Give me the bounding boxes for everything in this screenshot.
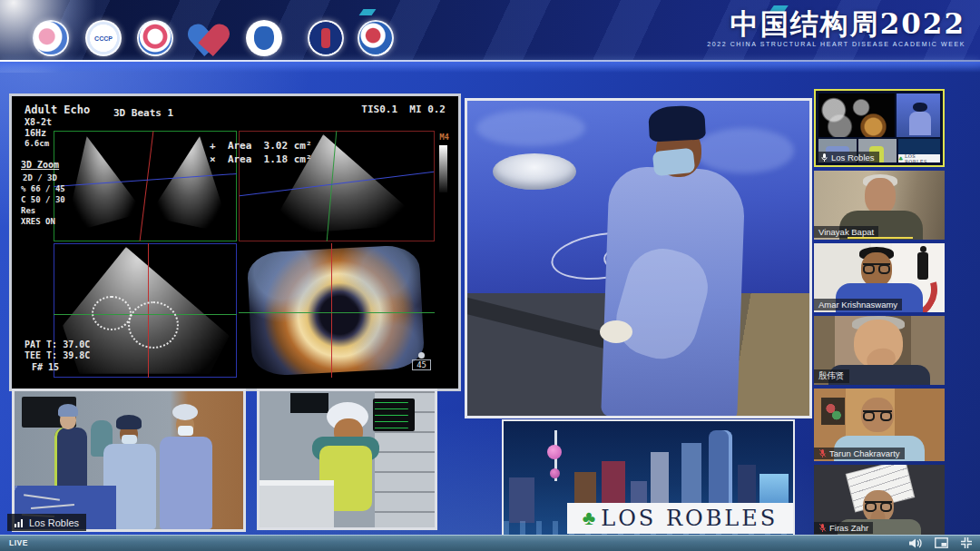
echo-beats-label: 3D Beats 1 (113, 107, 173, 119)
mini-echo-view (818, 93, 895, 137)
sterile-basin (493, 153, 576, 190)
player-controls (908, 536, 973, 550)
los-robles-banner-text: LOS ROBLES (601, 506, 778, 531)
vascular-figure-logo-icon (33, 20, 69, 56)
surgeon-cap (648, 104, 706, 142)
los-robles-banner: ♣ LOS ROBLES (567, 503, 793, 534)
participant-name-label: Firas Zahr (814, 522, 873, 534)
participant-tile-tarun-chakravarty[interactable]: Tarun Chakravarty (814, 389, 945, 461)
aux-monitor (290, 393, 328, 413)
skyline-banner-panel: ♣ LOS ROBLES (502, 419, 795, 537)
event-title-block: 中国结构周2022 2022 CHINA STRUCTURAL HEART DI… (707, 7, 965, 47)
mic-muted-icon (818, 448, 827, 458)
glasses (863, 410, 892, 418)
participant-tile-firas-zahr[interactable]: Firas Zahr (814, 465, 945, 536)
echo-frame-number: F# 15 (32, 362, 59, 372)
building (509, 477, 534, 523)
event-title: 中国结构周2022 (707, 7, 965, 40)
speaking-indicator-bar (848, 237, 913, 239)
pearl-sphere (547, 445, 562, 459)
cccp-logo-icon: CCCP (85, 20, 122, 56)
echo-video-panel: Adult Echo X8-2t 16Hz 6.6cm 3D Beats 1 T… (9, 93, 461, 391)
china-heart-house-logo-icon (246, 20, 282, 56)
participant-tile-vinayak-bapat[interactable]: Vinayak Bapat (814, 171, 945, 240)
stream-source-label: Los Robles (29, 517, 79, 528)
participant-name-label: 殷伟贤 (814, 369, 849, 383)
echo-grayscale-bar (439, 145, 447, 192)
glasses (863, 263, 890, 271)
header-banner: CCCP 中国结构周2022 2022 CHINA STRUCTURAL HEA… (0, 0, 980, 60)
live-status-label: LIVE (9, 538, 28, 547)
surgeon-mask (652, 148, 696, 177)
echo-patient-temp: PAT T: 37.0C (24, 339, 90, 349)
tree-icon: ♣ (583, 508, 595, 528)
glasses (865, 501, 892, 508)
heart-circle-logo-icon (137, 20, 173, 56)
echo-probe-label: X8-2t (24, 117, 52, 127)
echo-mode-label: 3D Zoom (21, 160, 59, 170)
or-camera-1-video (12, 389, 246, 532)
handshake-heart-logo-icon (188, 20, 230, 56)
echo-crosshair-red (331, 243, 332, 378)
or-camera-2-video (257, 389, 437, 530)
mic-on-icon (820, 153, 828, 162)
vitals-monitor (373, 398, 415, 431)
assistant-mask (178, 426, 193, 436)
participant-name-label: Los Robles (816, 152, 879, 163)
echo-param: XRES ON (21, 217, 55, 226)
echo-angle-badge: 45 (412, 352, 431, 370)
participant-tile-los-robles[interactable]: ♣LOS ROBLES Los Robles (814, 89, 945, 167)
signal-bars-icon (15, 517, 24, 527)
stream-source-badge: Los Robles (7, 514, 86, 531)
main-surgeon-video (465, 98, 812, 418)
participant-tile-yin-weixian[interactable]: 殷伟贤 (814, 316, 945, 385)
staff-cap (58, 404, 78, 417)
echo-angle-value: 45 (412, 359, 431, 370)
echo-map-label: M4 (439, 133, 449, 142)
volume-icon[interactable] (908, 537, 923, 549)
mini-los-robles-banner: ♣LOS ROBLES (898, 154, 940, 162)
operator-mask (122, 435, 137, 444)
player-control-bar: LIVE (0, 535, 980, 551)
echo-tee-temp: TEE T: 39.8C (24, 350, 90, 360)
valve-society-logo-icon (358, 20, 394, 56)
header-glow-band (0, 62, 980, 73)
participant-tile-amar-krishnaswamy[interactable]: Amar Krishnaswamy (814, 243, 945, 312)
pearl-sphere (550, 468, 560, 478)
tee-probe-icon (418, 352, 425, 359)
echo-param: % 66 / 45 (21, 184, 65, 193)
operator-cap (116, 415, 142, 429)
echo-3d-render (247, 244, 426, 377)
cccp-logo-text: CCCP (94, 35, 113, 42)
exit-fullscreen-icon[interactable] (960, 536, 973, 549)
foreground-machine (260, 480, 334, 527)
echo-traced-contour (92, 296, 132, 330)
assistant-cap (172, 404, 198, 420)
echo-crosshair-green (239, 312, 435, 313)
mini-skyline-view: ♣LOS ROBLES (898, 139, 940, 162)
tree-icon: ♣ (898, 155, 904, 162)
echo-measurement-1: + Area 3.02 cm² (210, 140, 312, 152)
echo-frequency-label: 16Hz (24, 128, 46, 138)
echo-measurement-2: × Area 1.18 cm² (210, 153, 312, 165)
surgeon-glove (600, 320, 632, 343)
broadcast-window: CCCP 中国结构周2022 2022 CHINA STRUCTURAL HEA… (0, 0, 980, 551)
assistant-gown (160, 437, 212, 529)
echo-depth-label: 6.6cm (24, 139, 49, 148)
poster-figure (917, 252, 928, 280)
echo-title: Adult Echo (24, 103, 90, 116)
echo-param: C 50 / 30 (21, 195, 65, 204)
participant-name-label: Tarun Chakravarty (814, 448, 905, 459)
surgeon-gown (601, 165, 746, 418)
drape-fold (694, 128, 794, 173)
picture-in-picture-icon[interactable] (935, 537, 948, 548)
medical-staff-logo-icon (308, 20, 344, 56)
mini-surgeon-view (897, 93, 940, 137)
mic-muted-icon (818, 523, 827, 533)
echo-tis-mi-label: TIS0.1 MI 0.2 (361, 103, 446, 115)
participant-name-label: Amar Krishnaswamy (814, 299, 902, 310)
event-subtitle: 2022 CHINA STRUCTURAL HEART DISEASE ACAD… (707, 41, 965, 47)
participant-avatar (865, 178, 896, 214)
echo-param: 2D / 3D (23, 173, 57, 182)
echo-param: Res (21, 206, 35, 215)
